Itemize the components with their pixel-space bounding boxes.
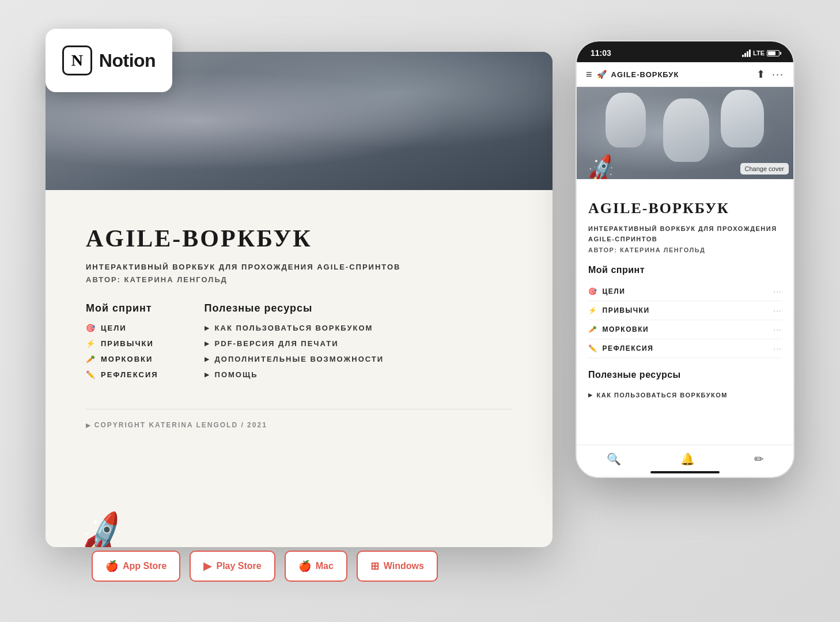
notion-icon: N: [62, 45, 92, 75]
list-item[interactable]: ДОПОЛНИТЕЛЬНЫЕ ВОЗМОЖНОСТИ: [205, 355, 384, 363]
item-label: МОРКОВКИ: [603, 325, 649, 333]
mobile-resources-heading: Полезные ресурсы: [588, 370, 782, 380]
signal-icon: [742, 50, 751, 57]
item-more-icon[interactable]: ···: [773, 344, 782, 353]
item-emoji: ⚡: [86, 339, 96, 348]
item-label: ЦЕЛИ: [603, 287, 626, 295]
item-emoji: 🥕: [588, 325, 598, 333]
mobile-astro-3: [721, 90, 764, 147]
list-item[interactable]: ПОМОЩЬ: [205, 370, 384, 379]
home-indicator: [650, 471, 720, 473]
mobile-content: AGILE-ВОРКБУК ИНТЕРАКТИВНЫЙ ВОРКБУК ДЛЯ …: [577, 179, 793, 453]
mobile-astro-1: [606, 93, 646, 147]
item-emoji: ⚡: [588, 306, 598, 314]
notion-logo-card: N Notion: [46, 29, 172, 92]
change-cover-button[interactable]: Change cover: [740, 163, 789, 175]
list-item[interactable]: 🥕МОРКОВКИ: [86, 355, 158, 363]
download-buttons-container: 🍎 App Store ▶ Play Store 🍎 Mac ⊞ Windows: [92, 551, 438, 582]
resources-heading: Полезные ресурсы: [205, 302, 384, 314]
mobile-time: 11:03: [591, 48, 611, 58]
mobile-list-item[interactable]: ✏️ РЕФЛЕКСИЯ ···: [588, 339, 782, 358]
item-label: ПРИВЫЧКИ: [101, 339, 154, 348]
item-emoji: ✏️: [86, 370, 96, 379]
desktop-columns: Мой спринт 🎯ЦЕЛИ ⚡ПРИВЫЧКИ 🥕МОРКОВКИ ✏️Р…: [86, 302, 512, 386]
scene: 🚀 AGILE-ВОРКБУК ИНТЕРАКТИВНЫЙ ВОРКБУК ДЛ…: [46, 29, 794, 593]
mobile-sprint-heading: Мой спринт: [588, 265, 782, 275]
play-store-button[interactable]: ▶ Play Store: [190, 551, 275, 582]
desktop-mockup: 🚀 AGILE-ВОРКБУК ИНТЕРАКТИВНЫЙ ВОРКБУК ДЛ…: [46, 52, 553, 547]
sprint-column: Мой спринт 🎯ЦЕЛИ ⚡ПРИВЫЧКИ 🥕МОРКОВКИ ✏️Р…: [86, 302, 158, 386]
item-label: ПРИВЫЧКИ: [603, 306, 650, 314]
notion-brand-name: Notion: [99, 50, 156, 71]
item-content: ⚡ ПРИВЫЧКИ: [588, 306, 650, 314]
item-content: 🥕 МОРКОВКИ: [588, 325, 649, 333]
mobile-author: АВТОР: КАТЕРИНА ЛЕНГОЛЬД: [588, 246, 782, 253]
list-item[interactable]: ⚡ПРИВЫЧКИ: [86, 339, 158, 348]
sprint-heading: Мой спринт: [86, 302, 158, 314]
item-label: РЕФЛЕКСИЯ: [603, 344, 654, 352]
battery-icon: [767, 50, 780, 56]
item-content: ✏️ РЕФЛЕКСИЯ: [588, 344, 653, 352]
list-item[interactable]: 🎯ЦЕЛИ: [86, 324, 158, 332]
mobile-nav-title: AGILE-ВОРКБУК: [611, 70, 679, 79]
edit-icon[interactable]: ✏: [754, 452, 764, 466]
mac-label: Mac: [316, 561, 334, 571]
nav-right: ⬆ ···: [756, 68, 784, 81]
item-more-icon[interactable]: ···: [773, 287, 782, 296]
item-label: РЕФЛЕКСИЯ: [101, 370, 158, 379]
item-emoji: 🎯: [588, 287, 598, 295]
item-label: ЦЕЛИ: [101, 324, 127, 332]
list-item[interactable]: PDF-ВЕРСИЯ ДЛЯ ПЕЧАТИ: [205, 339, 384, 348]
resources-column: Полезные ресурсы КАК ПОЛЬЗОВАТЬСЯ ВОРКБУ…: [205, 302, 384, 386]
item-content: 🎯 ЦЕЛИ: [588, 287, 625, 295]
mobile-cover: Change cover 🚀: [577, 87, 793, 179]
item-more-icon[interactable]: ···: [773, 325, 782, 334]
list-item[interactable]: ✏️РЕФЛЕКСИЯ: [86, 370, 158, 379]
item-more-icon[interactable]: ···: [773, 306, 782, 315]
link-label: КАК ПОЛЬЗОВАТЬСЯ ВОРКБУКОМ: [597, 392, 728, 399]
mobile-list-item[interactable]: 🥕 МОРКОВКИ ···: [588, 320, 782, 339]
sprint-list: 🎯ЦЕЛИ ⚡ПРИВЫЧКИ 🥕МОРКОВКИ ✏️РЕФЛЕКСИЯ: [86, 324, 158, 379]
desktop-copyright: COPYRIGHT KATERINA LENGOLD / 2021: [86, 409, 512, 429]
item-label: ПОМОЩЬ: [215, 370, 258, 379]
mobile-link-item[interactable]: КАК ПОЛЬЗОВАТЬСЯ ВОРКБУКОМ: [588, 387, 782, 403]
hamburger-icon[interactable]: ≡: [586, 69, 592, 81]
mobile-page-title: AGILE-ВОРКБУК: [588, 200, 782, 217]
item-label: КАК ПОЛЬЗОВАТЬСЯ ВОРКБУКОМ: [215, 324, 373, 332]
apple-icon: 🍎: [105, 560, 118, 572]
mac-button[interactable]: 🍎 Mac: [285, 551, 347, 582]
share-icon[interactable]: ⬆: [756, 68, 765, 81]
lte-label: LTE: [753, 50, 765, 56]
resources-list: КАК ПОЛЬЗОВАТЬСЯ ВОРКБУКОМ PDF-ВЕРСИЯ ДЛ…: [205, 324, 384, 379]
desktop-rocket-emoji: 🚀: [74, 509, 133, 547]
item-label: PDF-ВЕРСИЯ ДЛЯ ПЕЧАТИ: [215, 339, 339, 348]
search-icon[interactable]: 🔍: [607, 452, 621, 466]
mobile-mockup: 11:03 LTE ≡ 🚀 AGILE-ВОРКБУК: [576, 40, 794, 478]
item-emoji: ✏️: [588, 344, 598, 352]
nav-left: ≡ 🚀 AGILE-ВОРКБУК: [586, 69, 679, 81]
play-icon: ▶: [203, 560, 211, 572]
page-emoji-nav: 🚀: [597, 70, 607, 79]
windows-icon: ⊞: [370, 560, 379, 572]
app-store-button[interactable]: 🍎 App Store: [92, 551, 180, 582]
desktop-subtitle: ИНТЕРАКТИВНЫЙ ВОРКБУК ДЛЯ ПРОХОЖДЕНИЯ AG…: [86, 261, 512, 273]
mobile-astro-2: [663, 98, 709, 162]
play-store-label: Play Store: [216, 561, 261, 571]
mobile-subtitle: ИНТЕРАКТИВНЫЙ ВОРКБУК ДЛЯ ПРОХОЖДЕНИЯ AG…: [588, 224, 782, 244]
item-label: МОРКОВКИ: [101, 355, 153, 363]
mobile-nav-bar: ≡ 🚀 AGILE-ВОРКБУК ⬆ ···: [577, 62, 793, 87]
desktop-content: AGILE-ВОРКБУК ИНТЕРАКТИВНЫЙ ВОРКБУК ДЛЯ …: [46, 190, 553, 446]
item-emoji: 🥕: [86, 355, 96, 363]
mobile-status-bar: 11:03 LTE: [577, 41, 793, 62]
desktop-page-title: AGILE-ВОРКБУК: [86, 225, 512, 252]
item-emoji: 🎯: [86, 324, 96, 332]
desktop-author: АВТОР: КАТЕРИНА ЛЕНГОЛЬД: [86, 275, 512, 284]
mobile-list-item[interactable]: 🎯 ЦЕЛИ ···: [588, 282, 782, 301]
bell-icon[interactable]: 🔔: [680, 452, 695, 466]
item-label: ДОПОЛНИТЕЛЬНЫЕ ВОЗМОЖНОСТИ: [215, 355, 384, 363]
windows-button[interactable]: ⊞ Windows: [357, 551, 438, 582]
more-icon[interactable]: ···: [772, 69, 784, 81]
mobile-list-item[interactable]: ⚡ ПРИВЫЧКИ ···: [588, 301, 782, 320]
status-icons: LTE: [742, 50, 780, 57]
list-item[interactable]: КАК ПОЛЬЗОВАТЬСЯ ВОРКБУКОМ: [205, 324, 384, 332]
